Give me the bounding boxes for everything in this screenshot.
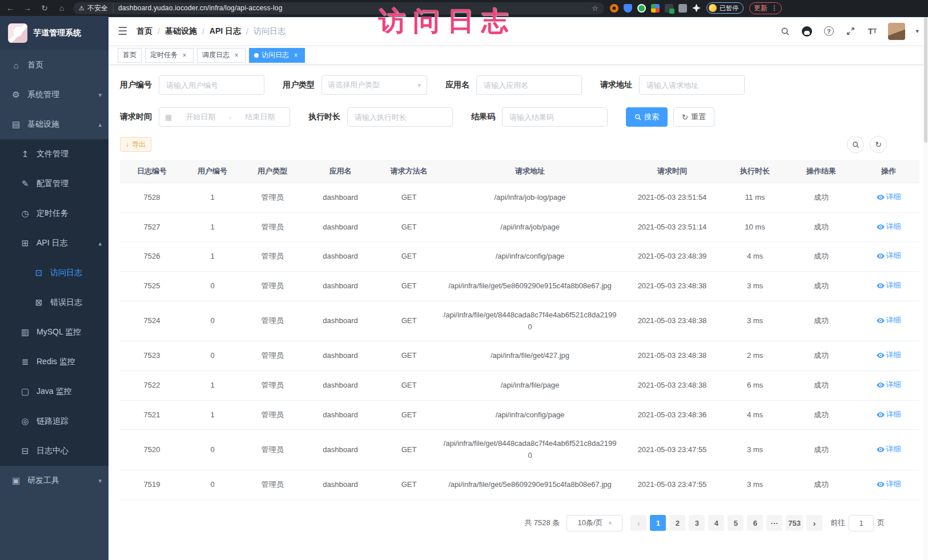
- detail-link[interactable]: 详细: [877, 280, 901, 292]
- extension-icon[interactable]: [624, 4, 632, 13]
- log-id-cell: 7528: [120, 183, 184, 213]
- hamburger-icon[interactable]: ☰: [118, 25, 127, 38]
- search-icon[interactable]: [780, 26, 791, 37]
- sidebar-item-label: 研发工具: [27, 476, 91, 486]
- detail-link[interactable]: 详细: [877, 379, 901, 391]
- extension-icon[interactable]: [651, 4, 660, 13]
- url-text[interactable]: dashboard.yudao.iocoder.cn/infra/log/api…: [118, 4, 587, 12]
- request-time-range-picker[interactable]: ▦ 开始日期 - 结束日期: [159, 107, 290, 127]
- app-logo-row[interactable]: 芋道管理系统: [0, 16, 109, 50]
- gear-icon: ⚙: [11, 90, 21, 100]
- sidebar-item-error-log[interactable]: ⊠错误日志: [0, 288, 109, 317]
- page-button[interactable]: 1: [650, 515, 666, 531]
- tag-item[interactable]: 访问日志×: [249, 48, 305, 63]
- reset-button[interactable]: ↻ 重置: [673, 107, 714, 127]
- detail-link[interactable]: 详细: [877, 478, 901, 490]
- extension-icon[interactable]: [678, 4, 687, 13]
- forward-button[interactable]: →: [22, 3, 33, 13]
- extension-icon[interactable]: [610, 4, 618, 13]
- request-url-input[interactable]: [639, 75, 745, 95]
- profile-chip[interactable]: 已暂停: [706, 2, 744, 14]
- page-button[interactable]: 753: [786, 515, 803, 531]
- sidebar-item-mysql[interactable]: ▥MySQL 监控: [0, 317, 109, 347]
- page-button[interactable]: 4: [708, 515, 724, 531]
- scrollbar-thumb[interactable]: [924, 17, 927, 143]
- reload-button[interactable]: ↻: [39, 3, 50, 13]
- update-button[interactable]: 更新 ⋮: [749, 2, 782, 14]
- page-button[interactable]: 3: [689, 515, 705, 531]
- detail-link[interactable]: 详细: [877, 191, 901, 203]
- log-id-cell: 7525: [120, 272, 184, 301]
- extension-icon[interactable]: [665, 4, 673, 13]
- more-pages-button[interactable]: ···: [766, 515, 782, 531]
- extension-icon[interactable]: [637, 4, 646, 13]
- detail-link-label: 详细: [886, 444, 901, 456]
- search-button[interactable]: 搜索: [626, 107, 668, 127]
- extension-icon[interactable]: [692, 4, 701, 13]
- sidebar-item-file[interactable]: ↥文件管理: [0, 139, 109, 169]
- close-icon[interactable]: ×: [232, 51, 240, 59]
- tag-item[interactable]: 首页: [118, 48, 142, 63]
- page-button[interactable]: 6: [747, 515, 763, 531]
- detail-link[interactable]: 详细: [877, 250, 901, 262]
- help-icon[interactable]: ?: [823, 26, 834, 37]
- detail-link[interactable]: 详细: [877, 444, 901, 456]
- detail-link[interactable]: 详细: [877, 409, 901, 421]
- sidebar-item-infra[interactable]: ▤基础设施▴: [0, 110, 109, 139]
- url-bar[interactable]: ⚠ 不安全 dashboard.yudao.iocoder.cn/infra/l…: [73, 2, 604, 14]
- font-size-icon[interactable]: TT: [866, 26, 878, 37]
- close-icon[interactable]: ×: [292, 51, 300, 59]
- page-button[interactable]: 2: [669, 515, 685, 531]
- detail-link[interactable]: 详细: [877, 349, 901, 361]
- sidebar-item-log-center[interactable]: ⊟日志中心: [0, 436, 109, 466]
- breadcrumb-item[interactable]: 首页: [136, 26, 152, 37]
- next-page-button[interactable]: ›: [806, 515, 822, 531]
- table-row: 75271管理员dashboardGET/api/infra/job/page2…: [120, 212, 919, 242]
- chevron-down-icon[interactable]: ▾: [915, 27, 919, 35]
- menu-dots-icon[interactable]: ⋮: [771, 4, 777, 12]
- page-button[interactable]: 5: [728, 515, 744, 531]
- tag-item[interactable]: 定时任务×: [145, 48, 194, 63]
- prev-page-button[interactable]: ‹: [630, 515, 646, 531]
- bookmark-icon[interactable]: ☆: [592, 4, 598, 13]
- sidebar-item-api-log[interactable]: ⊞API 日志▴: [0, 228, 109, 258]
- tag-item[interactable]: 调度日志×: [197, 48, 246, 63]
- sidebar-item-access-log[interactable]: ⊡访问日志: [0, 258, 109, 288]
- user-type-select[interactable]: 请选择用户类型 ▾: [322, 75, 427, 95]
- sidebar-item-job[interactable]: ◷定时任务: [0, 199, 109, 228]
- duration-cell: 3 ms: [725, 470, 785, 500]
- close-icon[interactable]: ×: [180, 51, 188, 59]
- duration-cell: 6 ms: [725, 371, 785, 401]
- sidebar-item-java[interactable]: ▢Java 监控: [0, 377, 109, 406]
- breadcrumb-item[interactable]: API 日志: [210, 26, 241, 37]
- detail-link[interactable]: 详细: [877, 315, 901, 327]
- page-size-select[interactable]: 10条/页 ▾: [567, 515, 622, 531]
- method-cell: GET: [377, 341, 441, 371]
- sidebar-item-redis[interactable]: ≣Redis 监控: [0, 347, 109, 377]
- goto-page-input[interactable]: [849, 515, 874, 531]
- search-button-label: 搜索: [644, 112, 659, 122]
- github-icon[interactable]: [801, 26, 813, 37]
- sidebar-item-trace[interactable]: ◎链路追踪: [0, 406, 109, 436]
- sidebar-item-config[interactable]: ✎配置管理: [0, 169, 109, 199]
- toggle-search-button[interactable]: [847, 136, 864, 153]
- avatar[interactable]: [888, 23, 905, 40]
- breadcrumb-item-current: 访问日志: [254, 26, 286, 37]
- breadcrumb-item[interactable]: 基础设施: [165, 26, 197, 37]
- sidebar-item-tools[interactable]: ▣研发工具▾: [0, 466, 109, 495]
- profile-label: 已暂停: [720, 4, 738, 13]
- sidebar-item-home[interactable]: ⌂首页: [0, 50, 109, 80]
- result-code-input[interactable]: [502, 107, 608, 127]
- back-button[interactable]: ←: [5, 3, 16, 13]
- security-chip[interactable]: ⚠ 不安全: [79, 3, 114, 13]
- app-name-input[interactable]: [476, 75, 582, 95]
- sidebar-item-system[interactable]: ⚙系统管理▾: [0, 80, 109, 110]
- user-id-input[interactable]: [159, 75, 264, 95]
- scrollbar[interactable]: [923, 17, 928, 560]
- export-button[interactable]: ↓ 导出: [120, 137, 151, 152]
- home-button[interactable]: ⌂: [56, 3, 67, 13]
- duration-input[interactable]: [347, 107, 453, 127]
- refresh-table-button[interactable]: ↻: [870, 136, 887, 153]
- detail-link[interactable]: 详细: [877, 221, 901, 233]
- fullscreen-icon[interactable]: [845, 26, 856, 37]
